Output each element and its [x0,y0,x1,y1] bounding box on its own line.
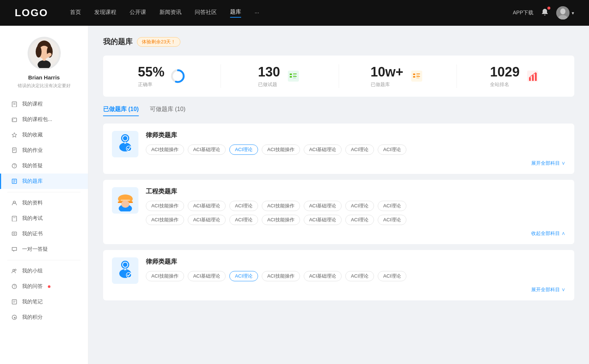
tag-eng-8[interactable]: ACI基础理论 [188,215,226,225]
sidebar-item-certs[interactable]: 我的证书 [0,226,88,242]
user-avatar-wrap[interactable]: ▾ [556,6,574,19]
engineer-svg [115,189,135,211]
svg-rect-59 [532,75,534,81]
questions-icon: ? [11,283,18,290]
nav-opencourse[interactable]: 公开课 [130,9,146,17]
homework-icon [11,147,18,154]
tag-eng-11[interactable]: ACI基础理论 [304,215,342,225]
tag-lawyer1-0[interactable]: ACI技能操作 [146,144,184,155]
tag-eng-7[interactable]: ACI技能操作 [146,215,184,225]
sidebar-item-points[interactable]: ★ 我的积分 [0,310,88,325]
tag-eng-1[interactable]: ACI基础理论 [188,201,226,211]
page-header: 我的题库 体验剩余23天！ [103,37,574,47]
sidebar-label-packages: 我的课程包... [22,116,52,123]
nav-more[interactable]: ··· [254,9,259,17]
header: LOGO 首页 发现课程 公开课 新闻资讯 问答社区 题库 ··· APP下载 … [0,0,589,26]
sidebar-item-notes[interactable]: 我的笔记 [0,294,88,310]
sidebar-label-profile: 我的资料 [22,200,43,206]
svg-rect-48 [293,76,297,77]
sidebar-item-homework[interactable]: 我的作业 [0,143,88,158]
bar-red-icon [526,69,540,83]
tag-eng-5[interactable]: ACI理论 [345,201,374,211]
sidebar-item-questions[interactable]: ? 我的问答 [0,279,88,294]
nav-home[interactable]: 首页 [70,9,81,17]
myqa-icon: ? [11,163,18,169]
tags-row-engineer-1: ACI技能操作 ACI基础理论 ACI理论 ACI技能操作 ACI基础理论 AC… [146,201,565,211]
tag-eng-13[interactable]: ACI理论 [378,215,406,225]
tag-lawyer1-1[interactable]: ACI基础理论 [188,144,226,155]
category-card-lawyer-1: 律师类题库 ACI技能操作 ACI基础理论 ACI理论 ACI技能操作 ACI基… [103,124,574,174]
tag-lawyer2-2[interactable]: ACI理论 [229,271,258,281]
category-icon-engineer [112,187,138,214]
profile-name: Brian Harris [28,74,60,81]
sidebar-label-points: 我的积分 [22,314,43,321]
sidebar-item-courses[interactable]: 我的课程 [0,96,88,112]
category-card-lawyer-2: 律师类题库 ACI技能操作 ACI基础理论 ACI理论 ACI技能操作 ACI基… [103,250,574,300]
nav-news[interactable]: 新闻资讯 [159,9,181,17]
nav-questionbank[interactable]: 题库 [230,8,241,18]
sidebar-item-questionbank[interactable]: 我的题库 [0,174,88,189]
svg-rect-47 [293,75,296,76]
profile-avatar [28,37,61,70]
sidebar-label-questionbank: 我的题库 [22,178,43,185]
tag-lawyer2-3[interactable]: ACI技能操作 [262,271,300,281]
tag-lawyer1-2[interactable]: ACI理论 [229,144,258,155]
stat-accuracy-text: 55% 正确率 [138,64,165,88]
main-nav: 首页 发现课程 公开课 新闻资讯 问答社区 题库 ··· [70,8,513,18]
sidebar-item-profile[interactable]: 我的资料 [0,195,88,211]
sidebar-item-1on1[interactable]: 一对一答疑 [0,242,88,257]
svg-rect-44 [290,74,292,75]
svg-point-73 [121,200,129,208]
notification-bell[interactable] [541,8,549,18]
sidebar-label-notes: 我的笔记 [22,299,43,305]
tag-eng-4[interactable]: ACI基础理论 [304,201,342,211]
tag-lawyer2-6[interactable]: ACI理论 [378,271,406,281]
tag-lawyer1-3[interactable]: ACI技能操作 [262,144,300,155]
sidebar-divider-2 [7,260,81,260]
app-download-link[interactable]: APP下载 [513,10,533,16]
tag-eng-6[interactable]: ACI理论 [378,201,406,211]
expand-lawyer-2[interactable]: 展开全部科目 ∨ [146,285,565,293]
stat-accuracy: 55% 正确率 [103,64,221,88]
sidebar-label-favorites: 我的收藏 [22,132,43,138]
sidebar-item-groups[interactable]: 我的小组 [0,263,88,279]
tag-eng-2[interactable]: ACI理论 [229,201,258,211]
dropdown-arrow[interactable]: ▾ [572,10,574,16]
tag-eng-0[interactable]: ACI技能操作 [146,201,184,211]
nav-qa[interactable]: 问答社区 [195,9,217,17]
profile-avatar-svg [29,39,59,68]
lawyer-svg-2 [116,260,134,282]
collapse-engineer[interactable]: 收起全部科目 ∧ [146,229,565,237]
tag-lawyer1-4[interactable]: ACI基础理论 [304,144,342,155]
tag-lawyer2-0[interactable]: ACI技能操作 [146,271,184,281]
tag-lawyer1-6[interactable]: ACI理论 [378,144,406,155]
tag-eng-9[interactable]: ACI理论 [229,215,258,225]
sidebar-label-groups: 我的小组 [22,268,43,274]
user-avatar [556,6,569,19]
tag-eng-10[interactable]: ACI技能操作 [262,215,300,225]
sidebar-item-coursepackages[interactable]: 我的课程包... [0,112,88,127]
tag-lawyer1-5[interactable]: ACI理论 [345,144,374,155]
category-content-lawyer-2: 律师类题库 ACI技能操作 ACI基础理论 ACI理论 ACI技能操作 ACI基… [146,257,565,293]
tab-todo[interactable]: 可做题库 (10) [150,106,186,116]
sidebar-label-1on1: 一对一答疑 [22,246,48,253]
stat-rank-label: 全站排名 [490,81,519,88]
category-icon-lawyer-2 [112,257,138,284]
svg-point-1 [560,8,565,14]
tag-lawyer2-5[interactable]: ACI理论 [345,271,374,281]
stat-questions-text: 130 已做试题 [258,64,280,88]
list-green-icon [286,69,300,83]
tab-done[interactable]: 已做题库 (10) [103,106,139,116]
tag-eng-3[interactable]: ACI技能操作 [262,201,300,211]
expand-lawyer-1[interactable]: 展开全部科目 ∨ [146,158,565,167]
courses-icon [11,101,18,107]
sidebar-item-exams[interactable]: 我的考试 [0,211,88,226]
nav-discover[interactable]: 发现课程 [94,9,116,17]
sidebar-item-myqa[interactable]: ? 我的答疑 [0,158,88,174]
svg-text:★: ★ [13,316,16,320]
tag-lawyer2-4[interactable]: ACI基础理论 [304,271,342,281]
tag-eng-12[interactable]: ACI理论 [345,215,374,225]
sidebar-item-favorites[interactable]: 我的收藏 [0,127,88,143]
tag-lawyer2-1[interactable]: ACI基础理论 [188,271,226,281]
rank-icon [525,68,541,84]
